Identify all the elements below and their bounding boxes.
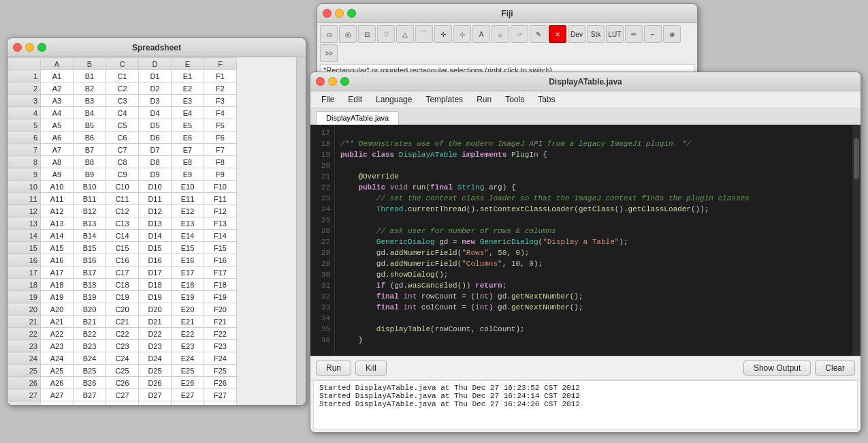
spreadsheet-content: ABCDEF1A1B1C1D1E1F12A2B2C2D2E2F23A3B3C3D… [7,57,306,405]
table-row: 25A25B25C25D25E25F25 [8,365,237,377]
table-row: 3A3B3C3D3E3F3 [8,95,237,107]
table-row: 15A15B15C15D15E15F15 [8,242,237,254]
table-row: 14A14B14C14D14E14F14 [8,230,237,242]
table-row: 5A5B5C5D5E5F5 [8,119,237,132]
fiji-toolbar: ▭◎⊡♡△⌒✛⊹A⌕☞✎✕DevStkLUT✏⌐⊕>> [317,23,697,64]
output-line: Started DisplayATable.java at Thu Dec 27… [319,400,852,408]
close-button[interactable] [13,43,22,52]
table-row: 12A12B12C12D12E12F12 [8,205,237,217]
table-row: 2A2B2C2D2E2F2 [8,82,237,95]
maximize-button[interactable] [37,43,46,52]
fiji-tool-18[interactable]: ⊕ [663,25,681,43]
spreadsheet-scrollbar[interactable] [296,57,306,405]
output-line: Started DisplayATable.java at Thu Dec 27… [319,384,852,392]
fiji-tool-2[interactable]: ⊡ [358,25,376,43]
table-row: 6A6B6C6D6E6F6 [8,132,237,144]
spreadsheet-titlebar: Spreadsheet [7,38,306,57]
fiji-minimize-button[interactable] [335,9,344,18]
table-row: 10A10B10C10D10E10F10 [8,181,237,193]
show-output-button[interactable]: Show Output [743,361,811,376]
fiji-tool-19[interactable]: >> [320,44,338,62]
editor-tab-bar: DisplayATable.java [310,108,861,125]
fiji-tool-1[interactable]: ◎ [339,25,357,43]
menu-item-edit[interactable]: Edit [341,93,369,106]
code-scrollbar[interactable] [852,125,861,356]
fiji-tool-0[interactable]: ▭ [320,25,338,43]
fiji-tool-16[interactable]: ✏ [625,25,643,43]
editor-titlebar: DisplayATable.java [310,72,861,91]
code-area[interactable]: 1718192021222324252627282930313233343536… [310,125,852,356]
editor-title: DisplayATable.java [310,77,861,87]
editor-window: DisplayATable.java FileEditLanguageTempl… [310,72,861,433]
fiji-tool-10[interactable]: ☞ [511,25,528,43]
table-row: 4A4B4C4D4E4F4 [8,107,237,119]
fiji-tool-13[interactable]: Dev [568,25,585,43]
menu-item-language[interactable]: Language [369,93,419,106]
fiji-window: Fiji ▭◎⊡♡△⌒✛⊹A⌕☞✎✕DevStkLUT✏⌐⊕>> *Rectan… [317,3,698,80]
output-line: Started DisplayATable.java at Thu Dec 27… [319,392,852,400]
editor-bottom-panel: Run Kill Show Output Clear Started Displ… [310,356,861,432]
fiji-tool-14[interactable]: Stk [587,25,605,43]
run-button[interactable]: Run [316,361,351,376]
fiji-tool-12[interactable]: ✕ [549,25,566,43]
table-row: 1A1B1C1D1E1F1 [8,70,237,82]
menu-item-tools[interactable]: Tools [498,93,531,106]
editor-minimize-button[interactable] [328,77,337,86]
table-row: 28A28B28C28D28E28F28 [8,401,237,406]
table-row: 8A8B8C8D8E8F8 [8,156,237,168]
minimize-button[interactable] [25,43,34,52]
table-row: 18A18B18C18D18E18F18 [8,279,237,291]
table-row: 27A27B27C27D27E27F27 [8,389,237,401]
table-row: 11A11B11C11D11E11F11 [8,193,237,205]
fiji-maximize-button[interactable] [347,9,356,18]
table-row: 19A19B19C19D19E19F19 [8,291,237,303]
fiji-tool-17[interactable]: ⌐ [644,25,662,43]
fiji-titlebar: Fiji [317,4,697,23]
fiji-traffic-lights [323,9,356,18]
spreadsheet-table: ABCDEF1A1B1C1D1E1F12A2B2C2D2E2F23A3B3C3D… [7,57,237,405]
line-numbers: 1718192021222324252627282930313233343536 [310,125,335,356]
kill-button[interactable]: Kill [355,361,387,376]
menu-item-run[interactable]: Run [470,93,498,106]
editor-output: Started DisplayATable.java at Thu Dec 27… [313,380,858,429]
editor-menubar: FileEditLanguageTemplatesRunToolsTabs [310,91,861,108]
fiji-tool-5[interactable]: ⌒ [415,25,433,43]
table-row: 20A20B20C20D20E20F20 [8,303,237,316]
table-row: 16A16B16C16D16E16F16 [8,254,237,266]
table-row: 17A17B17C17D17E17F17 [8,266,237,279]
editor-body: 1718192021222324252627282930313233343536… [310,125,861,356]
editor-bottom-toolbar: Run Kill Show Output Clear [310,356,861,380]
editor-close-button[interactable] [316,77,325,86]
table-row: 9A9B9C9D9E9F9 [8,168,237,181]
table-row: 7A7B7C7D7E7F7 [8,144,237,156]
table-row: 22A22B22C22D22E22F22 [8,328,237,340]
fiji-tool-3[interactable]: ♡ [377,25,395,43]
table-row: 13A13B13C13D13E13F13 [8,217,237,230]
table-row: 26A26B26C26D26E26F26 [8,377,237,389]
fiji-close-button[interactable] [323,9,332,18]
spreadsheet-table-container[interactable]: ABCDEF1A1B1C1D1E1F12A2B2C2D2E2F23A3B3C3D… [7,57,296,405]
table-row: 23A23B23C23D23E23F23 [8,340,237,352]
fiji-tool-8[interactable]: A [472,25,490,43]
clear-button[interactable]: Clear [815,361,855,376]
table-row: 21A21B21C21D21E21F21 [8,316,237,328]
fiji-tool-9[interactable]: ⌕ [492,25,509,43]
fiji-tool-6[interactable]: ✛ [434,25,452,43]
editor-tab-active[interactable]: DisplayATable.java [316,111,399,125]
fiji-title: Fiji [317,9,697,18]
menu-item-file[interactable]: File [315,93,341,106]
spreadsheet-title: Spreadsheet [7,43,306,52]
spreadsheet-window: Spreadsheet ABCDEF1A1B1C1D1E1F12A2B2C2D2… [7,37,306,406]
editor-maximize-button[interactable] [340,77,349,86]
code-content: /** Demonstrates use of the modern Image… [335,125,852,356]
fiji-tool-4[interactable]: △ [396,25,414,43]
code-scrollbar-thumb[interactable] [854,138,859,179]
menu-item-templates[interactable]: Templates [419,93,470,106]
table-row: 24A24B24C24D24E24F24 [8,352,237,365]
traffic-lights [13,43,46,52]
editor-traffic-lights [316,77,349,86]
fiji-tool-7[interactable]: ⊹ [453,25,471,43]
menu-item-tabs[interactable]: Tabs [531,93,562,106]
fiji-tool-15[interactable]: LUT [606,25,624,43]
fiji-tool-11[interactable]: ✎ [530,25,547,43]
